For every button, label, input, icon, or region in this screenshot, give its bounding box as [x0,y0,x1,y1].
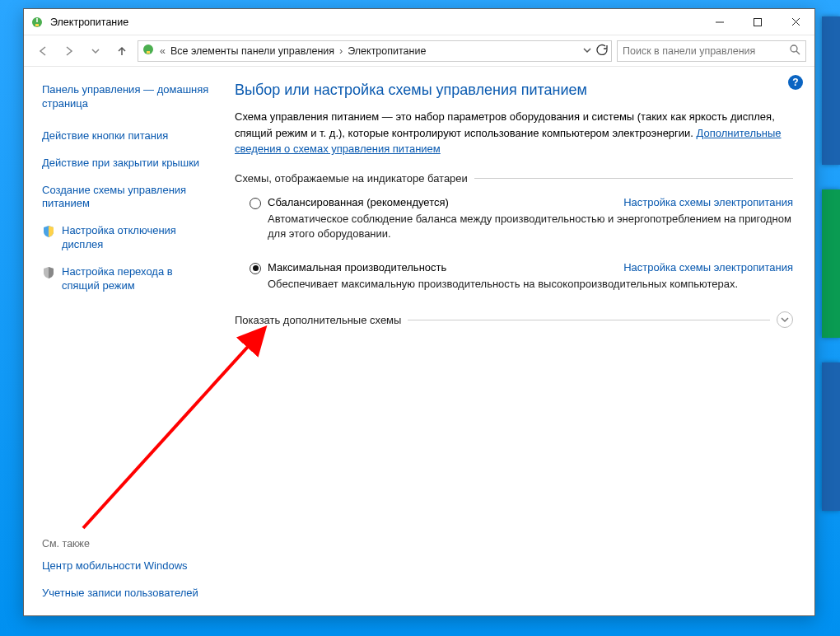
expander-label: Показать дополнительные схемы [235,314,401,326]
sidebar-item-label: Настройка перехода в спящий режим [62,265,210,293]
sidebar: Панель управления — домашняя страница Де… [24,67,220,615]
sidebar-home-link[interactable]: Панель управления — домашняя страница [42,83,210,111]
divider [408,320,770,320]
intro-paragraph: Схема управления питанием — это набор па… [235,110,775,139]
plan-description: Автоматическое соблюдение баланса между … [268,212,793,241]
app-power-icon [30,16,44,29]
app-power-icon [142,43,155,58]
window-title: Электропитание [50,16,701,28]
radio-checked-icon[interactable] [250,263,261,274]
see-also-user-accounts[interactable]: Учетные записи пользователей [42,587,210,601]
sidebar-link-display-off[interactable]: Настройка отключения дисплея [42,224,210,252]
search-placeholder: Поиск в панели управления [623,45,784,57]
breadcrumb-parent[interactable]: Все элементы панели управления [170,45,334,57]
divider [474,178,793,179]
search-icon [789,44,800,58]
sidebar-link-lid-close[interactable]: Действие при закрытии крышки [42,157,210,171]
svg-rect-1 [35,24,39,26]
nav-back-button[interactable] [32,40,54,62]
chevron-left-icon: « [158,45,167,57]
group-label: Схемы, отображаемые на индикаторе батаре… [235,172,468,185]
maximize-button[interactable] [739,9,777,35]
breadcrumb-current[interactable]: Электропитание [348,45,426,57]
svg-rect-3 [754,18,762,26]
close-button[interactable] [777,9,814,35]
page-title: Выбор или настройка схемы управления пит… [235,82,793,99]
plan-balanced[interactable]: Сбалансированная (рекомендуется) Настрой… [235,196,793,241]
minimize-button[interactable] [701,9,739,35]
titlebar: Электропитание [24,9,814,35]
plan-settings-link[interactable]: Настройка схемы электропитания [623,196,793,208]
plan-description: Обеспечивает максимальную производительн… [268,277,793,292]
nav-up-button[interactable] [111,40,133,62]
plan-name: Максимальная производительность [268,261,446,274]
search-input[interactable]: Поиск в панели управления [617,40,806,62]
recent-locations-button[interactable] [85,40,106,62]
nav-forward-button[interactable] [58,40,80,62]
svg-point-8 [791,45,797,52]
see-also-heading: См. также [42,538,210,549]
svg-line-9 [796,51,800,54]
shield-icon [42,225,55,238]
sidebar-item-label: Настройка отключения дисплея [62,224,210,252]
intro-text: Схема управления питанием — это набор па… [235,109,793,157]
shield-icon [42,266,55,279]
chevron-down-icon [777,311,793,328]
plan-high-performance[interactable]: Максимальная производительность Настройк… [235,261,793,292]
address-field[interactable]: « Все элементы панели управления › Элект… [138,40,612,62]
plan-name: Сбалансированная (рекомендуется) [268,196,449,208]
see-also-mobility-center[interactable]: Центр мобильности Windows [42,559,210,573]
help-button[interactable]: ? [788,75,803,90]
chevron-right-icon: › [338,45,344,57]
sidebar-link-power-button[interactable]: Действие кнопки питания [42,129,210,143]
group-battery-plans: Схемы, отображаемые на индикаторе батаре… [235,172,793,185]
show-additional-plans-expander[interactable]: Показать дополнительные схемы [235,311,793,328]
address-toolbar: « Все элементы панели управления › Элект… [24,35,814,67]
sidebar-link-create-plan[interactable]: Создание схемы управления питанием [42,184,210,212]
control-panel-window: Электропитание « Все элементы панели упр… [23,8,815,616]
radio-unchecked-icon[interactable] [250,198,261,209]
refresh-button[interactable] [596,44,608,58]
plan-settings-link[interactable]: Настройка схемы электропитания [623,261,793,274]
sidebar-link-sleep[interactable]: Настройка перехода в спящий режим [42,265,210,293]
main-content: ? Выбор или настройка схемы управления п… [220,67,814,615]
address-dropdown-button[interactable] [583,45,591,57]
svg-rect-7 [147,51,150,54]
